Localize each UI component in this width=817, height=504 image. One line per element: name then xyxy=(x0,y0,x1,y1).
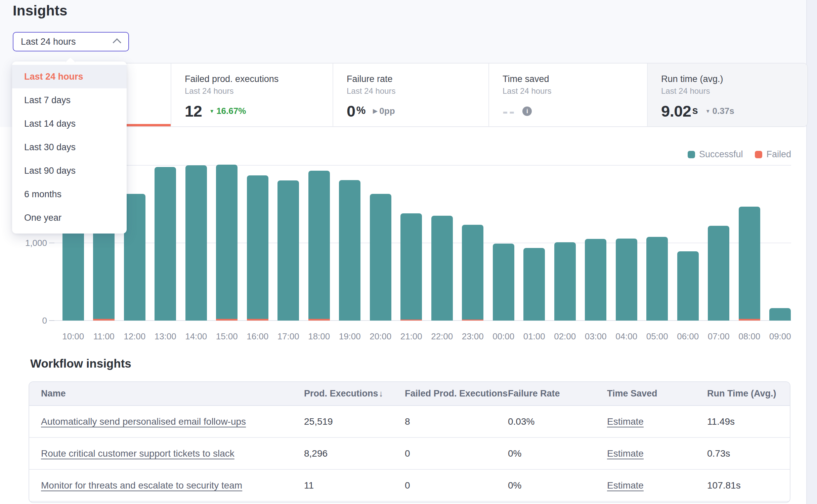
bar-05:00 xyxy=(646,237,668,321)
y-axis-label: 1,000 xyxy=(13,238,47,248)
stat-card-unit: % xyxy=(356,104,366,117)
bar-17:00 xyxy=(277,180,299,321)
estimate-link[interactable]: Estimate xyxy=(607,448,644,459)
col-header-label: Time Saved xyxy=(607,388,657,399)
bar-02:00 xyxy=(554,242,576,321)
run-time-cell: 11.49s xyxy=(707,416,790,427)
bar-successful-segment xyxy=(155,167,176,321)
stat-card-value: 9.02 xyxy=(661,102,691,120)
bar-09:00 xyxy=(769,308,791,321)
stat-card-period: Last 24 hours xyxy=(503,86,647,96)
bar-successful-segment xyxy=(124,194,145,321)
bar-failed-segment xyxy=(400,320,422,321)
bar-00:00 xyxy=(493,244,514,321)
stat-card-period: Last 24 hours xyxy=(185,86,333,96)
legend-item-failed[interactable]: Failed xyxy=(755,149,791,160)
bar-successful-segment xyxy=(523,248,545,321)
bar-06:00 xyxy=(677,251,699,321)
col-header-label: Failed Prod. Executions xyxy=(405,388,508,399)
menu-item-one-year[interactable]: One year xyxy=(12,206,127,229)
workflow-link[interactable]: Automatically send personalised email fo… xyxy=(41,416,246,427)
time-range-select-label: Last 24 hours xyxy=(21,37,76,47)
estimate-link[interactable]: Estimate xyxy=(607,416,644,427)
menu-item-last-14-days[interactable]: Last 14 days xyxy=(12,112,127,135)
y-axis-label: 0 xyxy=(13,315,47,326)
failed-prod-executions-cell: 8 xyxy=(405,416,508,427)
legend-label: Failed xyxy=(766,149,791,160)
bar-failed-segment xyxy=(308,319,330,321)
bar-successful-segment xyxy=(646,237,668,321)
stat-card-run-time-avg[interactable]: Run time (avg.)Last 24 hours9.02s▼0.37s xyxy=(648,64,807,126)
run-time-cell: 107.81s xyxy=(707,480,790,491)
bar-04:00 xyxy=(616,239,637,321)
bar-successful-segment xyxy=(585,239,606,321)
stat-card-delta: ▶0pp xyxy=(373,106,395,116)
stat-card-unit: s xyxy=(692,104,698,117)
col-header-prod-executions[interactable]: Prod. Executions↓ xyxy=(304,388,405,399)
bar-16:00 xyxy=(247,175,268,321)
col-header-failed-prod-executions[interactable]: Failed Prod. Executions xyxy=(405,388,508,399)
bar-successful-segment xyxy=(247,175,268,319)
col-header-label: Prod. Executions xyxy=(304,388,378,399)
sort-arrow-down-icon: ↓ xyxy=(379,388,383,399)
bar-successful-segment xyxy=(739,207,760,319)
menu-item-6-months[interactable]: 6 months xyxy=(12,182,127,206)
bar-13:00 xyxy=(155,167,176,321)
table-row: Route critical customer support tickets … xyxy=(29,438,790,470)
stat-card-period: Last 24 hours xyxy=(347,86,488,96)
bar-successful-segment xyxy=(308,171,330,319)
stat-card-title: Time saved xyxy=(503,73,647,85)
prod-executions-cell: 11 xyxy=(304,480,405,491)
legend-item-successful[interactable]: Successful xyxy=(688,149,743,160)
menu-item-last-90-days[interactable]: Last 90 days xyxy=(12,159,127,182)
bar-12:00 xyxy=(124,194,145,321)
info-icon[interactable]: i xyxy=(522,107,532,116)
workflow-insights-table: NameProd. Executions↓Failed Prod. Execut… xyxy=(29,381,790,503)
name-cell: Automatically send personalised email fo… xyxy=(41,416,304,427)
workflow-link[interactable]: Route critical customer support tickets … xyxy=(41,448,234,459)
col-header-time-saved[interactable]: Time Saved xyxy=(607,388,707,399)
bar-08:00 xyxy=(739,207,760,321)
col-header-failure-rate[interactable]: Failure Rate xyxy=(508,388,607,399)
stat-card-title: Run time (avg.) xyxy=(661,73,807,85)
stat-card-failed-prod-executions[interactable]: Failed prod. executionsLast 24 hours12▼1… xyxy=(171,64,333,126)
stat-card-failure-rate[interactable]: Failure rateLast 24 hours0%▶0pp xyxy=(333,64,489,126)
menu-item-last-24-hours[interactable]: Last 24 hours xyxy=(12,65,127,88)
menu-item-last-7-days[interactable]: Last 7 days xyxy=(12,88,127,112)
workflow-link[interactable]: Monitor for threats and escalate to secu… xyxy=(41,480,242,491)
stat-card-delta-value: 0.37s xyxy=(713,106,734,116)
name-cell: Route critical customer support tickets … xyxy=(41,448,304,459)
stat-card-value-row: 9.02s▼0.37s xyxy=(661,102,807,120)
stat-card-title: Failure rate xyxy=(347,73,488,85)
col-header-label: Failure Rate xyxy=(508,388,560,399)
bar-failed-segment xyxy=(462,320,483,321)
chevron-up-icon xyxy=(113,38,121,47)
stat-card-value-row: --i xyxy=(503,102,647,120)
stat-card-value: 0 xyxy=(347,102,355,120)
bar-successful-segment xyxy=(554,242,576,321)
stat-card-value: 12 xyxy=(185,102,202,120)
page-title: Insights xyxy=(13,3,68,19)
legend-label: Successful xyxy=(699,149,743,160)
bar-failed-segment xyxy=(93,319,115,321)
bar-20:00 xyxy=(370,194,391,321)
bar-19:00 xyxy=(339,180,360,321)
time-range-select[interactable]: Last 24 hours xyxy=(13,32,129,51)
failed-prod-executions-cell: 0 xyxy=(405,448,508,459)
bar-failed-segment xyxy=(739,319,760,321)
bar-01:00 xyxy=(523,248,545,321)
menu-item-last-30-days[interactable]: Last 30 days xyxy=(12,135,127,159)
legend-swatch-icon xyxy=(755,151,762,158)
stat-card-time-saved[interactable]: Time savedLast 24 hours--i xyxy=(489,64,648,126)
failure-rate-cell: 0% xyxy=(508,480,607,491)
estimate-link[interactable]: Estimate xyxy=(607,480,644,491)
bar-14:00 xyxy=(185,165,207,321)
col-header-run-time-avg-[interactable]: Run Time (Avg.) xyxy=(707,388,790,399)
bar-successful-segment xyxy=(677,251,699,321)
triangle-down-icon: ▼ xyxy=(705,109,711,114)
failure-rate-cell: 0% xyxy=(508,448,607,459)
col-header-name[interactable]: Name xyxy=(41,388,304,399)
prod-executions-cell: 8,296 xyxy=(304,448,405,459)
y-axis-tick xyxy=(49,243,54,243)
bar-successful-segment xyxy=(339,180,360,321)
